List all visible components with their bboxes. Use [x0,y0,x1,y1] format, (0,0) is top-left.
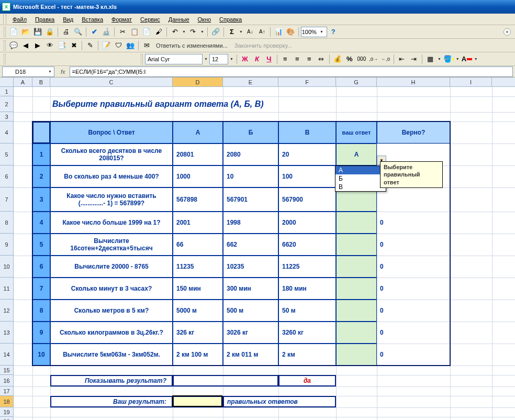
zoom-input[interactable]: 100%▼ [301,27,327,37]
question-cell[interactable]: Сколько килограммов в 3ц.26кг.? [50,322,173,344]
format-painter-icon[interactable]: 🖌 [153,26,164,38]
row-number[interactable]: 2 [32,165,50,187]
prev-comment-icon[interactable]: ◀ [20,40,31,51]
answer-b[interactable]: 3026 кг [223,322,278,344]
correct-cell[interactable]: 0 [377,256,450,278]
col-header-c[interactable]: C [50,78,173,86]
dropdown-option[interactable]: Б [335,174,386,183]
comma-icon[interactable]: 000 [356,53,367,65]
question-cell[interactable]: Сколько минут в 3 часах? [50,278,173,300]
your-result-label[interactable]: Ваш результат: [50,396,173,407]
header-your[interactable]: ваш ответ [336,121,377,143]
select-all-corner[interactable] [0,78,14,86]
menu-insert[interactable]: Вставка [77,15,107,24]
your-result-suffix[interactable]: правильных ответов [223,396,336,407]
your-answer[interactable] [336,322,377,344]
borders-icon[interactable]: ▦ [424,53,436,65]
row-number[interactable]: 3 [32,187,50,212]
grip-icon[interactable] [4,40,6,51]
row-header-19[interactable]: 19 [0,407,14,417]
row-number[interactable]: 1 [32,143,50,165]
row-header-18[interactable]: 18 [0,396,14,407]
increase-indent-icon[interactable]: ⇥ [408,53,420,65]
paste-icon[interactable]: 📄 [141,26,152,38]
header-v[interactable]: В [278,121,336,143]
row-header-13[interactable]: 13 [0,322,14,344]
row-header-8[interactable]: 8 [0,212,14,234]
header-blank[interactable] [32,121,50,143]
answer-b[interactable]: 567901 [223,187,278,212]
col-header-a[interactable]: A [14,78,32,86]
question-cell[interactable]: Сколько всего десятков в числе 208015? [50,143,173,165]
row-number[interactable]: 4 [32,212,50,234]
correct-cell[interactable]: 0 [377,322,450,344]
row-header-12[interactable]: 12 [0,300,14,322]
row-header-3[interactable]: 3 [0,112,14,121]
row-number[interactable]: 5 [32,234,50,256]
answer-v[interactable]: 2 км [278,344,336,366]
row-number[interactable]: 7 [32,278,50,300]
answer-a[interactable]: 5000 м [173,300,223,322]
answer-v[interactable]: 20 [278,143,336,165]
open-icon[interactable]: 📂 [20,26,31,38]
new-comment-icon[interactable]: 💬 [8,40,19,51]
answer-v[interactable]: 3260 кг [278,322,336,344]
menu-edit[interactable]: Правка [31,15,59,24]
your-answer[interactable] [336,212,377,234]
menu-view[interactable]: Вид [59,15,77,24]
worksheet[interactable]: A B C D E F G H I 1234567891011121314151… [0,78,515,420]
row-header-2[interactable]: 2 [0,96,14,112]
hyperlink-icon[interactable]: 🔗 [210,26,221,38]
grip-icon[interactable] [141,54,143,64]
cut-icon[interactable]: ✂ [117,26,128,38]
correct-cell[interactable]: 0 [377,344,450,366]
header-a[interactable]: А [173,121,223,143]
question-cell[interactable]: Какое число нужно вставить (............… [50,187,173,212]
answer-b[interactable]: 300 мин [223,278,278,300]
answer-v[interactable]: 180 мин [278,278,336,300]
answer-v[interactable]: 2000 [278,212,336,234]
col-header-f[interactable]: F [278,78,336,86]
row-header-10[interactable]: 10 [0,256,14,278]
answer-a[interactable]: 66 [173,234,223,256]
answer-b[interactable]: 2080 [223,143,278,165]
your-answer[interactable] [336,256,377,278]
answer-a[interactable]: 20801 [173,143,223,165]
menu-help[interactable]: Справка [215,15,246,24]
answer-b[interactable]: 1998 [223,212,278,234]
answer-a[interactable]: 2 км 100 м [173,344,223,366]
dropdown-option[interactable]: А [335,166,386,174]
your-result-value[interactable] [173,396,223,407]
percent-icon[interactable]: % [344,53,355,65]
row-header-11[interactable]: 11 [0,278,14,300]
merge-center-icon[interactable]: ⇔ [316,53,327,65]
protect-icon[interactable]: 🛡 [113,40,124,51]
correct-cell[interactable]: 0 [377,234,450,256]
answer-b[interactable]: 10 [223,165,278,187]
answer-a[interactable]: 1000 [173,165,223,187]
question-cell[interactable]: Вычислите 5км063м - 3км052м. [50,344,173,366]
chart-icon[interactable]: 📊 [273,26,284,38]
answer-v[interactable]: 567900 [278,187,336,212]
underline-button[interactable]: Ч [263,53,275,65]
show-all-comments-icon[interactable]: 📑 [56,40,68,51]
row-header-15[interactable]: 15 [0,366,14,375]
your-answer[interactable] [336,344,377,366]
col-header-e[interactable]: E [223,78,278,86]
undo-icon[interactable]: ↶ [169,26,181,38]
italic-button[interactable]: К [251,53,263,65]
font-size-input[interactable]: 12 [209,54,228,64]
drawing-icon[interactable]: 🎨 [285,26,296,38]
your-answer[interactable] [336,234,377,256]
answer-b[interactable]: 2 км 011 м [223,344,278,366]
sort-asc-icon[interactable]: A↓ [244,26,256,38]
col-header-d[interactable]: D [173,78,223,86]
row-header-1[interactable]: 1 [0,87,14,96]
grip-icon[interactable] [4,54,6,64]
row-header-20[interactable]: 20 [0,417,14,420]
show-result-blank[interactable] [173,375,278,386]
header-b[interactable]: Б [223,121,278,143]
permission-icon[interactable]: 🔒 [44,26,55,38]
align-right-icon[interactable]: ≡ [304,53,315,65]
correct-cell[interactable]: 0 [377,278,450,300]
